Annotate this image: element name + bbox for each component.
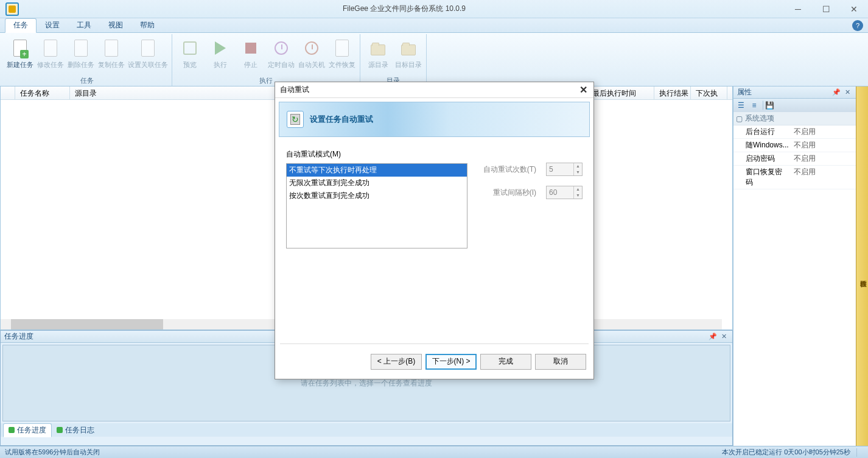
maximize-button[interactable]: ☐ [812,0,840,18]
properties-title: 属性 [737,87,752,97]
retry-count-label: 自动重试次数(T) [483,164,536,175]
prop-category[interactable]: ▢系统选项 [733,112,856,125]
prop-row[interactable]: 后台运行不启用 [733,125,856,139]
prop-row[interactable]: 启动密码不启用 [733,152,856,166]
auto-retry-dialog: 自动重试 ✕ 设置任务自动重试 自动重试模式(M) 不重试等下次执行时再处理无限… [275,82,594,379]
clock2-icon [302,38,321,58]
dialog-title: 自动重试 [280,85,309,95]
task-progress-placeholder: 请在任务列表中，选择一个任务查看进度 [301,378,432,389]
dst-dir-button: 目标目录 [393,35,424,77]
retry-interval-label: 重试间隔秒(I) [493,188,536,198]
prev-button[interactable]: < 上一步(B) [371,354,422,370]
dialog-banner-text: 设置任务自动重试 [310,114,373,125]
help-icon[interactable]: ? [852,20,863,31]
prop-close-icon[interactable]: ✕ [843,88,852,96]
retry-mode-label: 自动重试模式(M) [286,149,467,160]
close-button[interactable]: ✕ [840,0,868,18]
delete-task-button: 删除任务 [66,35,96,77]
menu-tab-1[interactable]: 设置 [37,18,68,32]
menu-tab-3[interactable]: 视图 [100,18,131,32]
retry-count-input[interactable] [547,163,573,175]
folder-icon [368,38,388,58]
retry-icon [287,111,304,128]
prop-pin-icon[interactable]: 📌 [832,88,841,96]
retry-interval-input[interactable] [547,186,573,199]
prop-row[interactable]: 随Windows...不启用 [733,139,856,152]
retry-interval-spinner[interactable]: ▲▼ [546,186,583,199]
menu-tab-4[interactable]: 帮助 [131,18,163,32]
play-icon [211,38,230,58]
dialog-banner: 设置任务自动重试 [279,102,590,137]
doc-icon [102,38,121,58]
title-bar: FileGee 企业文件同步备份系统 10.0.9 ─ ☐ ✕ [0,0,868,18]
finish-button[interactable]: 完成 [480,354,531,370]
task-col-5[interactable]: 下次执 [691,86,727,99]
schedule-button: 定时自动 [266,35,296,77]
next-button[interactable]: 下一步(N) > [425,354,477,370]
status-right: 本次开启已稳定运行 0天00小时05分钟25秒 [722,448,850,457]
pin-icon[interactable]: 📌 [709,333,717,340]
new-task-button[interactable]: 新建任务 [5,35,35,77]
menu-tab-2[interactable]: 工具 [68,18,100,32]
src-dir-button: 源目录 [363,35,393,77]
copy-task-button: 复制任务 [96,35,127,77]
doc-plus-icon [10,38,30,58]
edit-task-button: 修改任务 [35,35,66,77]
prop-categorized-icon[interactable]: ☰ [736,100,746,110]
prop-alpha-icon[interactable]: ≡ [749,100,759,110]
file-restore-button: 文件恢复 [327,35,357,77]
side-tab-software-panel[interactable]: 软件面板 [856,86,868,446]
task-col-4[interactable]: 执行结果 [654,86,691,99]
cancel-button[interactable]: 取消 [535,354,586,370]
preview-button: 预览 [175,35,205,77]
pane-close-icon[interactable]: ✕ [719,333,729,340]
minimize-button[interactable]: ─ [784,0,812,18]
retry-interval-down[interactable]: ▼ [574,192,582,199]
prop-save-icon[interactable]: 💾 [763,100,772,110]
retry-count-up[interactable]: ▲ [574,163,582,169]
retry-count-down[interactable]: ▼ [574,169,582,175]
task-col-0[interactable] [1,86,15,99]
task-col-1[interactable]: 任务名称 [15,86,70,99]
doc-icon [138,38,158,58]
doc-icon [332,38,352,58]
clock-icon [271,38,291,58]
app-icon [0,0,24,18]
retry-mode-listbox[interactable]: 不重试等下次执行时再处理无限次重试直到完全成功按次数重试直到完全成功 [286,163,467,248]
menu-tab-0[interactable]: 任务 [5,18,37,33]
tab-task-progress[interactable]: 任务进度 [3,423,52,437]
properties-panel: 属性 📌 ✕ ☰ ≡ 💾 ▢系统选项 后台运行不启用随Windows...不启用… [733,86,868,446]
task-col-3[interactable]: 最后执行时间 [587,86,654,99]
status-bar: 试用版将在5996分钟后自动关闭 本次开启已稳定运行 0天00小时05分钟25秒 [0,446,868,458]
dialog-close-icon[interactable]: ✕ [577,84,590,96]
folder-icon [399,38,418,58]
retry-option-0[interactable]: 不重试等下次执行时再处理 [287,164,467,177]
assoc-task-button: 设置关联任务 [127,35,169,77]
execute-button: 执行 [205,35,236,77]
menu-bar: 任务设置工具视图帮助 ? [0,18,868,33]
stop-icon [241,38,261,58]
doc-icon [71,38,91,58]
retry-count-spinner[interactable]: ▲▼ [546,163,583,176]
doc-icon [41,38,60,58]
task-progress-title: 任务进度 [4,331,33,342]
tab-task-log[interactable]: 任务日志 [52,424,99,437]
auto-shutdown-button: 自动关机 [296,35,327,77]
retry-option-2[interactable]: 按次数重试直到完全成功 [287,189,467,202]
prop-row[interactable]: 窗口恢复密码不启用 [733,166,856,189]
status-left: 试用版将在5996分钟后自动关闭 [5,448,100,457]
stop-button: 停止 [236,35,266,77]
preview-icon [180,38,200,58]
window-title: FileGee 企业文件同步备份系统 10.0.9 [24,4,784,14]
retry-option-1[interactable]: 无限次重试直到完全成功 [287,177,467,189]
retry-interval-up[interactable]: ▲ [574,186,582,192]
properties-grid: ▢系统选项 后台运行不启用随Windows...不启用启动密码不启用窗口恢复密码… [733,112,856,446]
ribbon: 新建任务修改任务删除任务复制任务设置关联任务任务预览执行停止定时自动自动关机文件… [0,33,868,86]
